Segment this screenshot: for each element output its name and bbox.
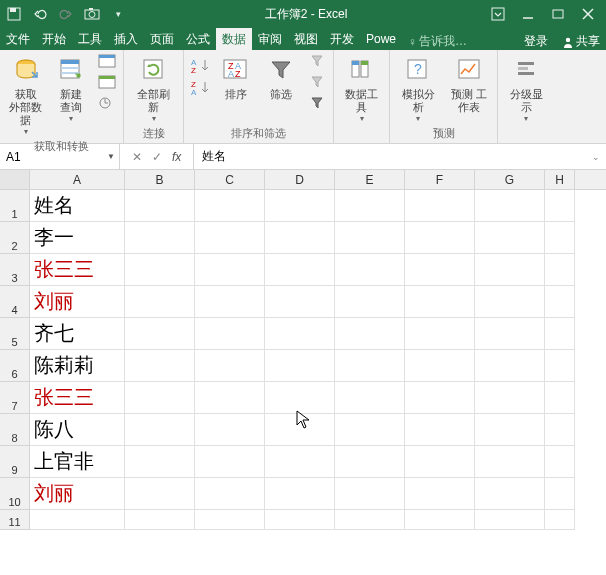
tab-开始[interactable]: 开始 xyxy=(36,28,72,50)
cell-G7[interactable] xyxy=(475,382,545,414)
cell-B3[interactable] xyxy=(125,254,195,286)
cell-D3[interactable] xyxy=(265,254,335,286)
fx-icon[interactable]: fx xyxy=(172,150,181,164)
tab-开发[interactable]: 开发 xyxy=(324,28,360,50)
formula-bar[interactable]: 姓名 ⌄ xyxy=(194,144,606,169)
column-header-H[interactable]: H xyxy=(545,170,575,189)
cell-B1[interactable] xyxy=(125,190,195,222)
cell-G8[interactable] xyxy=(475,414,545,446)
cell-D5[interactable] xyxy=(265,318,335,350)
column-header-C[interactable]: C xyxy=(195,170,265,189)
cell-B9[interactable] xyxy=(125,446,195,478)
cell-G9[interactable] xyxy=(475,446,545,478)
undo-icon[interactable] xyxy=(32,6,48,22)
tab-审阅[interactable]: 审阅 xyxy=(252,28,288,50)
cell-F4[interactable] xyxy=(405,286,475,318)
row-header[interactable]: 2 xyxy=(0,222,30,254)
expand-formula-icon[interactable]: ⌄ xyxy=(592,152,600,162)
column-header-E[interactable]: E xyxy=(335,170,405,189)
show-queries-icon[interactable] xyxy=(95,52,119,71)
cell-B10[interactable] xyxy=(125,478,195,510)
from-table-icon[interactable] xyxy=(95,73,119,92)
sort-desc-icon[interactable]: ZA xyxy=(188,78,212,98)
cell-H9[interactable] xyxy=(545,446,575,478)
row-header[interactable]: 11 xyxy=(0,510,30,530)
cell-F9[interactable] xyxy=(405,446,475,478)
tab-视图[interactable]: 视图 xyxy=(288,28,324,50)
cell-E11[interactable] xyxy=(335,510,405,530)
cell-H8[interactable] xyxy=(545,414,575,446)
cell-D2[interactable] xyxy=(265,222,335,254)
cell-D11[interactable] xyxy=(265,510,335,530)
cell-A7[interactable]: 张三三 xyxy=(30,382,125,414)
cell-G6[interactable] xyxy=(475,350,545,382)
cell-G4[interactable] xyxy=(475,286,545,318)
filter-button[interactable]: 筛选 xyxy=(260,52,304,103)
row-header[interactable]: 6 xyxy=(0,350,30,382)
cell-H3[interactable] xyxy=(545,254,575,286)
cell-E3[interactable] xyxy=(335,254,405,286)
column-header-F[interactable]: F xyxy=(405,170,475,189)
camera-icon[interactable] xyxy=(84,6,100,22)
qat-more-icon[interactable]: ▾ xyxy=(110,6,126,22)
row-header[interactable]: 8 xyxy=(0,414,30,446)
cell-A8[interactable]: 陈八 xyxy=(30,414,125,446)
column-header-D[interactable]: D xyxy=(265,170,335,189)
row-header[interactable]: 9 xyxy=(0,446,30,478)
cell-A5[interactable]: 齐七 xyxy=(30,318,125,350)
row-header[interactable]: 5 xyxy=(0,318,30,350)
data-tools-button[interactable]: 数据工具 ▾ xyxy=(338,52,385,125)
cell-H11[interactable] xyxy=(545,510,575,530)
sort-button[interactable]: ZAAZ 排序 xyxy=(214,52,258,103)
row-header[interactable]: 10 xyxy=(0,478,30,510)
cell-A11[interactable] xyxy=(30,510,125,530)
cell-H10[interactable] xyxy=(545,478,575,510)
cell-C8[interactable] xyxy=(195,414,265,446)
get-external-data-button[interactable]: 获取 外部数据 ▾ xyxy=(4,52,48,138)
tab-公式[interactable]: 公式 xyxy=(180,28,216,50)
cell-B7[interactable] xyxy=(125,382,195,414)
cell-C9[interactable] xyxy=(195,446,265,478)
name-box[interactable]: A1 ▼ xyxy=(0,144,120,169)
cell-B8[interactable] xyxy=(125,414,195,446)
tab-文件[interactable]: 文件 xyxy=(0,28,36,50)
cell-B4[interactable] xyxy=(125,286,195,318)
cell-C1[interactable] xyxy=(195,190,265,222)
cell-D7[interactable] xyxy=(265,382,335,414)
cell-F8[interactable] xyxy=(405,414,475,446)
cell-F1[interactable] xyxy=(405,190,475,222)
login-button[interactable]: 登录 xyxy=(516,33,556,50)
tab-插入[interactable]: 插入 xyxy=(108,28,144,50)
chevron-down-icon[interactable]: ▼ xyxy=(107,152,115,161)
cell-E2[interactable] xyxy=(335,222,405,254)
cell-A4[interactable]: 刘丽 xyxy=(30,286,125,318)
cell-F3[interactable] xyxy=(405,254,475,286)
tab-数据[interactable]: 数据 xyxy=(216,28,252,50)
cell-B6[interactable] xyxy=(125,350,195,382)
cell-B5[interactable] xyxy=(125,318,195,350)
cell-G5[interactable] xyxy=(475,318,545,350)
cell-B2[interactable] xyxy=(125,222,195,254)
cell-G2[interactable] xyxy=(475,222,545,254)
redo-icon[interactable] xyxy=(58,6,74,22)
cell-C11[interactable] xyxy=(195,510,265,530)
row-header[interactable]: 1 xyxy=(0,190,30,222)
cell-D8[interactable] xyxy=(265,414,335,446)
cell-C10[interactable] xyxy=(195,478,265,510)
column-header-B[interactable]: B xyxy=(125,170,195,189)
cell-A9[interactable]: 上官非 xyxy=(30,446,125,478)
cell-B11[interactable] xyxy=(125,510,195,530)
cell-D1[interactable] xyxy=(265,190,335,222)
cell-F6[interactable] xyxy=(405,350,475,382)
accept-formula-icon[interactable]: ✓ xyxy=(152,150,162,164)
cell-D9[interactable] xyxy=(265,446,335,478)
share-button[interactable]: 共享 xyxy=(556,33,606,50)
spreadsheet-grid[interactable]: ABCDEFGH 1姓名2李一3张三三4刘丽5齐七6陈莉莉7张三三8陈八9上官非… xyxy=(0,170,606,575)
cell-A6[interactable]: 陈莉莉 xyxy=(30,350,125,382)
cell-H6[interactable] xyxy=(545,350,575,382)
cell-A2[interactable]: 李一 xyxy=(30,222,125,254)
row-header[interactable]: 4 xyxy=(0,286,30,318)
what-if-button[interactable]: ? 模拟分析 ▾ xyxy=(394,52,443,125)
sort-asc-icon[interactable]: AZ xyxy=(188,56,212,76)
advanced-filter-icon[interactable] xyxy=(305,93,329,112)
